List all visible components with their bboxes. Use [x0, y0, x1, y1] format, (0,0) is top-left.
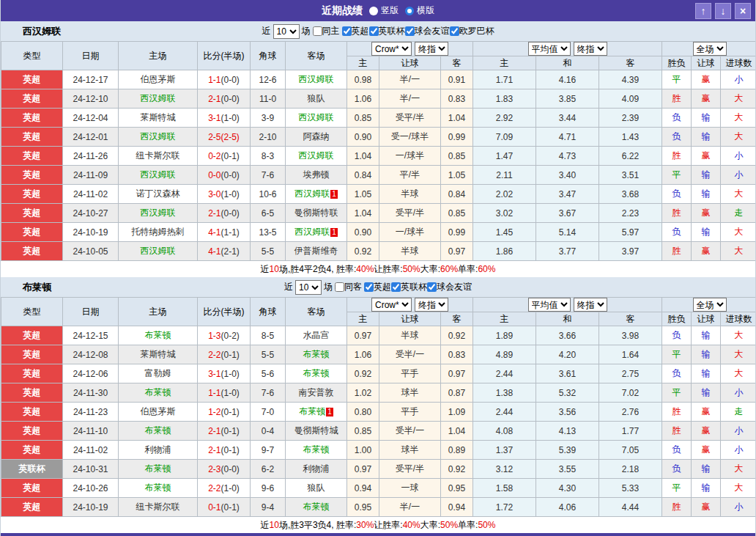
- league-filter[interactable]: 英联杯: [369, 25, 405, 37]
- league-filter-label: 英联杯: [401, 281, 427, 293]
- avg-away-odds-cell: 2.39: [599, 109, 662, 128]
- section-filter-bar: 布莱顿 近 10 场 同客 英超英联杯球会友谊: [1, 277, 755, 297]
- average-odds-type-select[interactable]: 终指: [574, 42, 607, 56]
- team-name: 西汉姆联: [23, 25, 61, 38]
- league-filter[interactable]: 英超: [342, 25, 369, 37]
- result-goals-cell: 大: [721, 185, 756, 204]
- close-button[interactable]: ×: [735, 3, 751, 19]
- same-venue-filter[interactable]: 同主: [313, 25, 340, 37]
- match-count-select[interactable]: 10: [273, 24, 300, 39]
- radio-vertical-icon[interactable]: [369, 7, 378, 15]
- handicap-cell: 半/一: [379, 89, 441, 109]
- red-card-badge: 1: [326, 408, 333, 416]
- league-badge: 英联杯: [1, 460, 63, 479]
- score-cell: 2-5(2-5): [198, 128, 251, 147]
- league-filter[interactable]: 英超: [364, 281, 391, 293]
- handicap-cell: 半球: [379, 242, 441, 261]
- match-row: 英超24-10-26布莱顿2-2(1-0)9-6狼队0.94一球0.951.58…: [1, 479, 756, 498]
- subcol-home-odds: 主: [347, 312, 379, 326]
- league-badge: 英超: [1, 89, 63, 109]
- match-count-select[interactable]: 10: [295, 280, 322, 295]
- average-select[interactable]: 平均值: [528, 298, 571, 312]
- summary-part: 30%: [356, 520, 374, 530]
- col-date: 日期: [63, 42, 119, 70]
- league-filter-label: 英超: [352, 25, 369, 37]
- radio-vertical-layout[interactable]: 竖版: [369, 4, 399, 17]
- league-checkbox[interactable]: [364, 282, 374, 292]
- league-checkbox[interactable]: [450, 26, 459, 36]
- average-select[interactable]: 平均值: [528, 42, 571, 56]
- result-handicap-cell: 赢: [692, 147, 721, 166]
- handicap-cell: 受半/一: [379, 345, 441, 364]
- radio-horizontal-icon[interactable]: [405, 7, 414, 15]
- bookmaker-select[interactable]: Crow*: [371, 298, 412, 312]
- record-summary: 近10场,胜4平2负4, 胜率:40% 让胜率:50% 大率:60% 单率:60…: [1, 261, 755, 277]
- games-label: 场: [324, 281, 333, 293]
- home-odds-cell: 0.90: [347, 128, 379, 147]
- bookmaker-odds-type-select[interactable]: 终指: [415, 298, 448, 312]
- score-cell: 2-2(0-1): [198, 345, 251, 364]
- subcol-avg-home: 主: [473, 312, 536, 326]
- bookmaker-odds-type-select[interactable]: 终指: [415, 42, 448, 56]
- home-team-name: 布莱顿: [145, 387, 171, 397]
- league-filter[interactable]: 欧罗巴杯: [450, 25, 494, 37]
- home-team-cell: 布莱顿: [119, 460, 198, 479]
- away-team-cell: 阿森纳: [286, 128, 347, 147]
- move-down-button[interactable]: ↓: [715, 3, 731, 19]
- league-badge: 英超: [1, 109, 63, 128]
- avg-home-odds-cell: 3.02: [473, 204, 536, 223]
- result-outcome-cell: 平: [662, 70, 692, 89]
- league-checkbox[interactable]: [391, 282, 401, 292]
- fulltime-score: 0-2: [208, 151, 220, 161]
- away-odds-cell: 0.95: [441, 479, 473, 498]
- avg-home-odds-cell: 3.12: [473, 460, 536, 479]
- away-team-name: 西汉姆联: [294, 188, 330, 199]
- league-checkbox[interactable]: [369, 26, 379, 36]
- home-team-cell: 诺丁汉森林: [119, 185, 198, 204]
- away-team-cell: 埃弗顿: [286, 166, 347, 185]
- same-venue-filter[interactable]: 同客: [335, 281, 362, 293]
- home-odds-cell: 1.00: [347, 441, 379, 460]
- result-outcome-cell: 平: [662, 479, 692, 498]
- home-team-name: 西汉姆联: [141, 246, 176, 256]
- away-odds-cell: 0.97: [441, 242, 473, 261]
- away-team-cell: 布莱顿: [286, 441, 347, 460]
- avg-away-odds-cell: 1.77: [599, 422, 662, 441]
- same-venue-checkbox[interactable]: [313, 26, 322, 36]
- fulltime-score: 4-1: [208, 246, 220, 257]
- result-goals-cell: 大: [721, 223, 756, 242]
- corner-cell: 3-9: [251, 109, 286, 128]
- average-odds-type-select[interactable]: 终指: [574, 298, 607, 312]
- match-date: 24-12-04: [63, 109, 119, 128]
- handicap-cell: 平/半: [379, 166, 441, 185]
- fulltime-select[interactable]: 全场: [693, 42, 727, 56]
- league-badge: 英超: [1, 364, 63, 383]
- league-filter[interactable]: 球会友谊: [405, 25, 450, 37]
- league-checkbox[interactable]: [405, 26, 415, 36]
- away-team-cell: 西汉姆联1: [286, 223, 347, 242]
- league-filter[interactable]: 英联杯: [391, 281, 427, 293]
- match-row: 英超24-11-02诺丁汉森林3-0(1-0)10-6西汉姆联11.05半球0.…: [1, 185, 756, 204]
- match-row: 英超24-11-02利物浦2-1(0-1)9-7布莱顿1.00球半0.891.3…: [1, 441, 756, 460]
- same-venue-checkbox[interactable]: [335, 282, 344, 292]
- bookmaker-select[interactable]: Crow*: [371, 42, 412, 56]
- league-checkbox[interactable]: [427, 282, 437, 292]
- corner-cell: 9-7: [251, 441, 286, 460]
- radio-horizontal-layout[interactable]: 横版: [405, 4, 434, 17]
- move-up-button[interactable]: ↑: [695, 3, 711, 19]
- titlebar: 近期战绩 竖版 横版 ↑ ↓ ×: [1, 0, 755, 21]
- score-cell: 2-1(0-1): [198, 422, 251, 441]
- away-team-name: 狼队: [308, 482, 325, 493]
- home-team-name: 莱斯特城: [141, 349, 176, 359]
- average-group: 平均值终指: [473, 42, 662, 56]
- avg-draw-odds-cell: 5.14: [536, 223, 599, 242]
- avg-home-odds-cell: 2.44: [473, 364, 536, 383]
- result-handicap-cell: 输: [692, 166, 721, 185]
- league-checkbox[interactable]: [342, 26, 352, 36]
- league-badge: 英超: [1, 185, 63, 204]
- result-goals-cell: 大: [721, 460, 756, 479]
- result-outcome-cell: 负: [662, 326, 692, 345]
- league-filter[interactable]: 球会友谊: [427, 281, 472, 293]
- result-goals-cell: 小: [721, 383, 756, 403]
- fulltime-select[interactable]: 全场: [693, 298, 727, 312]
